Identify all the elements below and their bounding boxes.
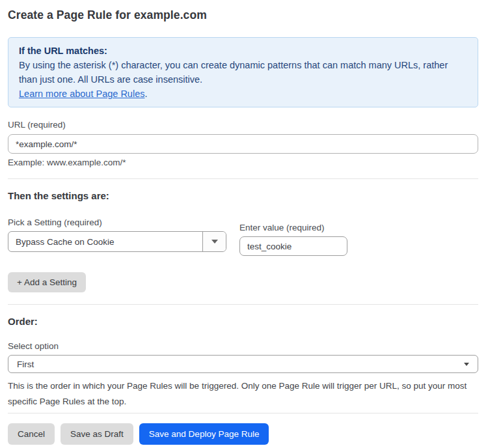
setting-picker-column: Pick a Setting (required) Bypass Cache o…	[8, 217, 226, 252]
order-section-heading: Order:	[8, 316, 478, 328]
footer-actions: Cancel Save as Draft Save and Deploy Pag…	[8, 423, 478, 445]
chevron-down-icon	[464, 363, 469, 366]
url-match-info-box: If the URL matches: By using the asteris…	[8, 37, 478, 107]
settings-section-heading: Then the settings are:	[8, 190, 478, 202]
add-setting-button[interactable]: + Add a Setting	[8, 272, 86, 292]
info-box-heading: If the URL matches:	[19, 44, 467, 58]
info-box-link-line: Learn more about Page Rules.	[19, 87, 467, 101]
setting-value-label: Enter value (required)	[239, 223, 347, 233]
settings-row: Pick a Setting (required) Bypass Cache o…	[8, 217, 478, 256]
setting-value-input[interactable]	[239, 236, 347, 256]
setting-value-column: Enter value (required)	[239, 223, 347, 256]
url-input[interactable]	[8, 134, 478, 154]
setting-select-value: Bypass Cache on Cookie	[8, 232, 202, 251]
learn-more-link[interactable]: Learn more about Page Rules	[19, 89, 144, 99]
order-select-label: Select option	[8, 341, 478, 352]
chevron-down-icon	[211, 240, 218, 244]
info-box-body: By using the asterisk (*) character, you…	[19, 58, 467, 87]
page-rule-form: Create a Page Rule for example.com If th…	[0, 0, 488, 448]
page-title: Create a Page Rule for example.com	[8, 8, 478, 22]
save-as-draft-button[interactable]: Save as Draft	[61, 423, 133, 445]
divider	[8, 413, 478, 413]
order-helper-text: This is the order in which your Page Rul…	[8, 378, 478, 410]
setting-picker-label: Pick a Setting (required)	[8, 217, 226, 228]
link-period: .	[144, 89, 147, 99]
cancel-button[interactable]: Cancel	[8, 423, 55, 445]
divider	[8, 178, 478, 179]
url-helper-text: Example: www.example.com/*	[8, 158, 478, 168]
save-and-deploy-button[interactable]: Save and Deploy Page Rule	[139, 423, 269, 445]
order-select[interactable]: First	[8, 355, 478, 373]
order-select-value: First	[17, 359, 34, 369]
divider	[8, 304, 478, 305]
setting-select-arrow-button[interactable]	[202, 232, 226, 251]
setting-select[interactable]: Bypass Cache on Cookie	[8, 231, 226, 252]
url-field-label: URL (required)	[8, 120, 478, 130]
